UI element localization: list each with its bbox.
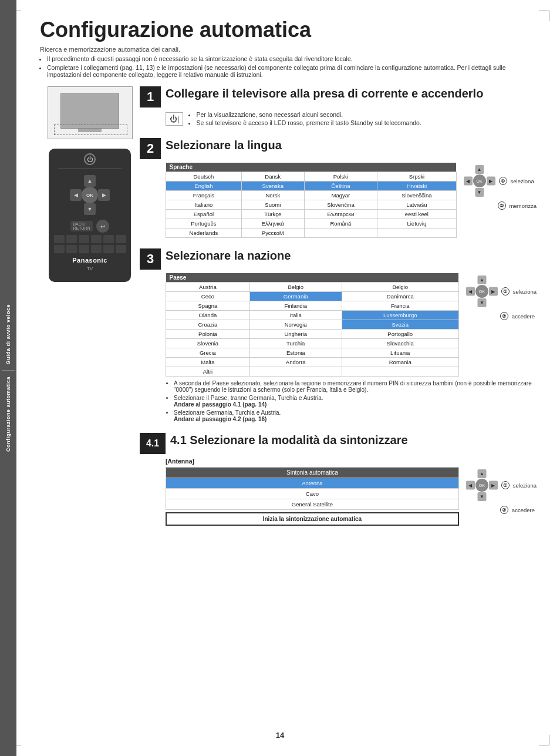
country-empty2 [342,367,458,377]
lang-cell-srpski: Srpski [377,172,456,182]
country-belgio1: Belgio [249,283,342,292]
remote-brand: Panasonic [72,257,107,264]
lang-row-5: Español Türkçe Български eesti keel [166,210,457,219]
lang-cell-suomi: Suomi [241,200,304,210]
step-41-content: [Antenna] Sintonia automatica Antenna [166,458,537,526]
corner-mark-br [539,735,549,745]
lang-cell-empty-2 [377,229,456,238]
lang-row-3: Français Norsk Magyar Slovenščina [166,191,457,200]
country-empty1 [249,367,342,377]
country-row-2: Ceco Germania Danimarca [166,292,459,301]
country-olanda: Olanda [166,311,250,320]
rd-label-accedere-41: accedere [512,507,535,513]
remote-circle-btn[interactable]: ↩ [96,220,109,233]
language-section: Sprache Deutsch Dansk Polski Srpski Engl… [166,163,537,238]
step-2-title: Selezionare la lingua [166,138,282,152]
lang-row-6: Português Ελληνικά Română Lietuvių [166,219,457,229]
sintonia-row-satellite: General Satellite [166,499,459,510]
step-41-number: 4.1 [140,433,166,454]
rd-left-btn: ◀ [464,177,473,186]
remote-circle-icon: ↩ [100,223,105,230]
country-polonia: Polonia [166,330,250,339]
country-ungheria: Ungheria [249,330,342,339]
remote-btn-12[interactable] [116,245,126,253]
rd41-left-btn: ◀ [466,481,475,490]
country-row-8: Grecia Estonia Lituania [166,348,459,358]
lang-cell-ellinika: Ελληνικά [241,219,304,229]
lang-cell-magyar: Magyar [304,191,377,200]
remote-back-row: BACK/RETURN ↩ [70,220,109,233]
country-romania: Romania [342,358,458,367]
sintonia-header: Sintonia automatica [166,468,459,478]
sintonia-row-antenna: Antenna [166,478,459,489]
country-row-4: Olanda Italia Lussemburgo [166,311,459,320]
remote-btn-2[interactable] [66,235,77,243]
country-portogallo: Portogallo [342,330,458,339]
remote-dpad-up[interactable]: ▲ [84,175,96,187]
rd-right-btn: ▶ [487,177,495,186]
step-3-block: 3 Selezionare la nazione Paese Austria [140,248,537,422]
remote-btn-1[interactable] [54,235,65,243]
step-2-block: 2 Selezionare la lingua Sprache Deutsch [140,138,537,238]
country-finlandia: Finlandia [249,301,342,311]
country-altri: Altri [166,367,250,377]
remote-small-buttons [52,235,127,253]
step-3-title: Selezionare la nazione [166,248,291,263]
lang-cell-francais: Français [166,191,242,200]
intro-bullets: Il procedimento di questi passaggi non è… [47,55,537,78]
country-andorra: Andorra [249,358,342,367]
remote-btn-5[interactable] [103,235,114,243]
step-2-remote-diagram: ▲ ▼ ◀ ▶ OK ① seleziona ② [464,165,537,210]
country-turchia: Turchia [249,339,342,348]
lang-cell-russkom: РусскоМ [241,229,304,238]
lang-row-7: Nederlands РусскоМ [166,229,457,238]
lang-cell-svenska: Svenska [241,182,304,191]
remote-power-btn[interactable]: ⏻ [84,153,96,165]
remote-btn-10[interactable] [91,245,102,253]
start-button[interactable]: Inizia la sintonizzazione automatica [166,512,459,526]
remote-btn-9[interactable] [79,245,89,253]
country-lituania: Lituania [342,348,458,358]
rd41-up-btn: ▲ [477,469,486,478]
step-1-bullet-2: Se sul televisore è acceso il LED rosso,… [196,119,421,126]
sintonia-cavo: Cavo [166,489,459,499]
country-section: Paese Austria Belgio Belgio Ceco Germani… [166,273,537,377]
remote-back-btn[interactable]: BACK/RETURN [70,221,92,231]
step-1-inner: ⏻| Per la visualizzazione, sono necessar… [166,111,537,127]
rd-entry-accedere-3: ② accedere [500,312,537,320]
step-1-bullets: Per la visualizzazione, sono necessari a… [196,111,421,127]
right-column: 1 Collegare il televisore alla presa di … [140,86,537,536]
rd-ok-btn: OK [473,174,486,187]
rd3-up-btn: ▲ [477,275,486,284]
rd-num-1-seleziona: ① [499,177,507,185]
lang-cell-deutsch: Deutsch [166,172,242,182]
country-row-5: Croazia Norvegia Svezia [166,320,459,330]
country-norvegia: Norvegia [249,320,342,330]
remote-ok-btn[interactable]: OK [82,187,98,203]
remote-btn-6[interactable] [116,235,126,243]
remote-btn-4[interactable] [91,235,102,243]
remote-btn-11[interactable] [103,245,114,253]
rd-label-accedere-3: accedere [512,313,535,320]
note-1: A seconda del Paese selezionato, selezio… [174,380,537,393]
rd3-left-btn: ◀ [466,287,475,296]
sintonia-satellite: General Satellite [166,499,459,510]
step-3-content: Paese Austria Belgio Belgio Ceco Germani… [166,273,537,422]
country-svezia: Svezia [342,320,458,330]
remote-btn-7[interactable] [54,245,65,253]
remote-dpad-right[interactable]: ▶ [98,189,110,201]
lang-cell-hrvatski: Hrvatski [377,182,456,191]
rd41-right-btn: ▶ [489,481,498,490]
lang-row-4: Italiano Suomi Slovenčina Latviešu [166,200,457,210]
rd-label-seleziona: seleziona [511,178,534,184]
sintonia-row-cavo: Cavo [166,489,459,499]
lang-cell-slovenscina: Slovenščina [377,191,456,200]
step-2-header: 2 Selezionare la lingua [140,138,537,159]
remote-btn-8[interactable] [66,245,77,253]
remote-dpad-down[interactable]: ▼ [84,203,96,215]
remote-divider1 [58,169,122,169]
country-row-1: Austria Belgio Belgio [166,283,459,292]
sidebar-bottom-label: Configurazione automatica [5,374,11,454]
remote-btn-3[interactable] [79,235,89,243]
remote-dpad-left[interactable]: ◀ [70,189,82,201]
